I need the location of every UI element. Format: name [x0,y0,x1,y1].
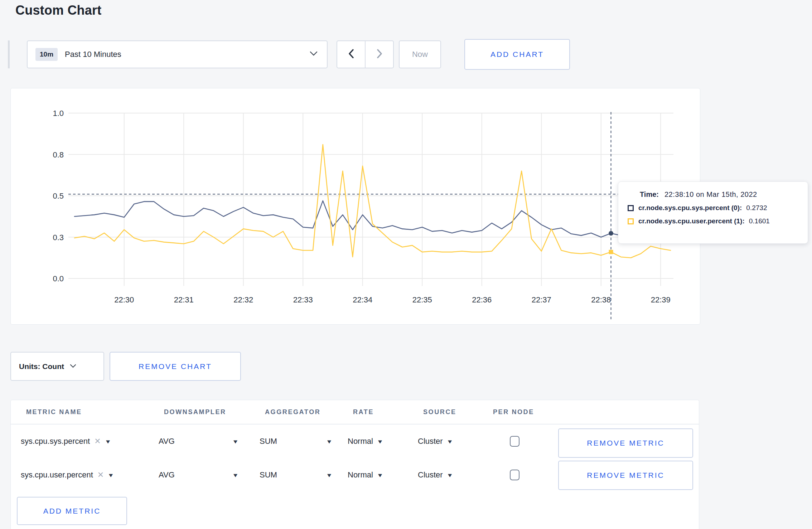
metric-name-select[interactable]: sys.cpu.user.percent ✕ ▼ [21,470,159,480]
time-window-nav [337,40,394,68]
chart-hover-tooltip: Time: 22:38:10 on Mar 15th, 2022 cr.node… [618,181,808,244]
tooltip-series-label: cr.node.sys.cpu.user.percent (1): [638,217,745,225]
tooltip-time-value: 22:38:10 on Mar 15th, 2022 [664,190,757,199]
svg-text:22:30: 22:30 [114,295,134,304]
source-value: Cluster [418,437,443,446]
col-header-rate: RATE [348,408,418,416]
col-header-source: SOURCE [418,408,488,416]
next-window-button[interactable] [365,41,393,68]
rate-value: Normal [348,470,373,480]
svg-text:0.3: 0.3 [53,233,64,242]
source-select[interactable]: Cluster ▼ [418,470,453,480]
remove-metric-button[interactable]: REMOVE METRIC [558,461,693,490]
svg-text:22:34: 22:34 [353,295,372,304]
metric-row: sys.cpu.user.percent ✕ ▼ AVG ▼ SUM ▼ Nor… [11,458,699,492]
add-chart-button[interactable]: ADD CHART [464,39,570,70]
svg-text:0.8: 0.8 [53,150,64,159]
chevron-down-icon [310,51,318,58]
page-title: Custom Chart [15,3,101,18]
tooltip-series-value: 0.2732 [746,204,767,212]
toolbar-divider [8,40,10,68]
dropdown-caret-icon: ▼ [232,438,239,445]
tooltip-series-label: cr.node.sys.cpu.sys.percent (0): [638,204,742,212]
dropdown-caret-icon: ▼ [377,438,383,445]
clear-metric-icon[interactable]: ✕ [94,437,101,446]
source-select[interactable]: Cluster ▼ [418,437,453,446]
downsampler-select[interactable]: AVG ▼ [159,470,238,480]
tooltip-time-row: Time: 22:38:10 on Mar 15th, 2022 [628,190,799,199]
metric-name-select[interactable]: sys.cpu.sys.percent ✕ ▼ [21,437,159,446]
tooltip-time-label: Time: [640,190,659,199]
metric-row: sys.cpu.sys.percent ✕ ▼ AVG ▼ SUM ▼ Norm… [11,424,699,458]
now-button[interactable]: Now [399,40,441,68]
dropdown-caret-icon: ▼ [326,472,333,478]
per-node-checkbox[interactable] [510,436,519,447]
svg-text:22:39: 22:39 [651,295,671,304]
dropdown-caret-icon: ▼ [107,472,114,478]
custom-chart-page: Custom Chart 10m Past 10 Minutes Now ADD… [0,0,812,529]
metrics-table: METRIC NAME DOWNSAMPLER AGGREGATOR RATE … [10,400,699,529]
sys-series-swatch-icon [628,205,634,211]
dropdown-caret-icon: ▼ [232,472,239,478]
dropdown-caret-icon: ▼ [446,438,453,445]
svg-text:22:35: 22:35 [412,295,432,304]
svg-text:22:31: 22:31 [174,295,194,304]
aggregator-select[interactable]: SUM ▼ [260,470,332,480]
col-header-per-node: PER NODE [488,408,556,416]
downsampler-select[interactable]: AVG ▼ [159,437,238,446]
aggregator-select[interactable]: SUM ▼ [260,437,332,446]
downsampler-value: AVG [159,470,175,480]
units-select[interactable]: Units: Count [10,352,104,381]
tooltip-series-value: 0.1601 [749,217,770,225]
time-range-label: Past 10 Minutes [65,50,121,59]
rate-value: Normal [348,437,373,446]
clear-metric-icon[interactable]: ✕ [97,470,104,480]
svg-text:22:32: 22:32 [233,295,253,304]
tooltip-series-row: cr.node.sys.cpu.user.percent (1): 0.1601 [628,217,799,225]
metrics-table-header: METRIC NAME DOWNSAMPLER AGGREGATOR RATE … [11,400,699,424]
user-series-swatch-icon [628,218,634,224]
aggregator-value: SUM [260,437,277,446]
svg-text:22:33: 22:33 [293,295,313,304]
tooltip-series-row: cr.node.sys.cpu.sys.percent (0): 0.2732 [628,204,799,212]
rate-select[interactable]: Normal ▼ [348,470,383,480]
col-header-metric-name: METRIC NAME [21,408,159,416]
svg-text:22:37: 22:37 [532,295,551,304]
svg-text:22:38: 22:38 [591,295,611,304]
prev-window-button[interactable] [337,41,365,68]
rate-select[interactable]: Normal ▼ [348,437,383,446]
remove-metric-button[interactable]: REMOVE METRIC [558,428,693,458]
chevron-left-icon [348,49,354,60]
metric-name-value: sys.cpu.user.percent [21,470,93,480]
add-metric-button[interactable]: ADD METRIC [17,497,127,525]
col-header-downsampler: DOWNSAMPLER [159,408,260,416]
chevron-right-icon [377,49,382,60]
timeseries-chart[interactable]: 0.00.30.50.81.022:3022:3122:3222:3322:34… [11,88,701,325]
remove-chart-button[interactable]: REMOVE CHART [110,352,241,381]
svg-text:1.0: 1.0 [53,109,64,118]
units-label: Units: Count [19,362,64,371]
chevron-down-icon [70,363,76,370]
metric-name-value: sys.cpu.sys.percent [21,437,90,446]
dropdown-caret-icon: ▼ [326,438,333,445]
source-value: Cluster [418,470,443,480]
svg-text:0.5: 0.5 [53,191,64,200]
downsampler-value: AVG [159,437,175,446]
aggregator-value: SUM [260,470,277,480]
dropdown-caret-icon: ▼ [446,472,453,478]
per-node-checkbox[interactable] [510,470,519,480]
dropdown-caret-icon: ▼ [377,472,383,478]
time-range-badge: 10m [35,48,58,61]
time-range-select[interactable]: 10m Past 10 Minutes [27,40,328,68]
chart-card: 0.00.30.50.81.022:3022:3122:3222:3322:34… [10,88,700,325]
dropdown-caret-icon: ▼ [105,438,111,445]
svg-text:22:36: 22:36 [472,295,492,304]
col-header-aggregator: AGGREGATOR [260,408,348,416]
svg-text:0.0: 0.0 [53,274,64,283]
